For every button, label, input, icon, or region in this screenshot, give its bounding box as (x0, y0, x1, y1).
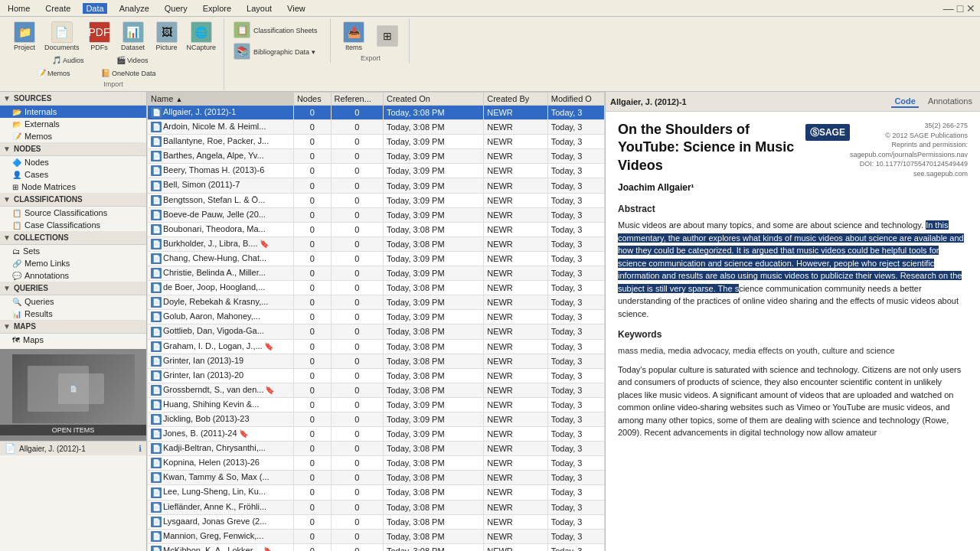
toolbar-picture-btn[interactable]: 🖼 Picture (152, 20, 182, 53)
menu-analyze[interactable]: Analyze (116, 3, 152, 14)
table-row[interactable]: 📄Grinter, Ian (2013)-2000Today, 3:08 PMN… (148, 368, 605, 383)
table-row[interactable]: 📄Allgaier, J. (2012)-100Today, 3:08 PMNE… (148, 106, 605, 120)
table-row[interactable]: 📄Chang, Chew-Hung, Chat...00Today, 3:09 … (148, 251, 605, 266)
sources-table: Name ▲ Nodes Referen... Created On Creat… (147, 92, 605, 551)
table-row[interactable]: 📄Grossberndt, S., van den...🔖00Today, 3:… (148, 383, 605, 397)
sidebar-item-externals[interactable]: 📂 Externals (0, 118, 146, 130)
source-icon: 📄 (151, 370, 162, 381)
table-row[interactable]: 📄Ardoin, Nicole M. & Heiml...00Today, 3:… (148, 120, 605, 135)
col-created-by[interactable]: Created By (484, 93, 548, 106)
col-refs[interactable]: Referen... (331, 93, 383, 106)
toolbar-grid-btn[interactable]: ⊞ (372, 24, 403, 49)
info-icon-bottom[interactable]: ℹ (139, 444, 142, 454)
toolbar-pdfs-btn[interactable]: PDF PDFs (84, 20, 115, 53)
sidebar-item-results[interactable]: 📊 Results (0, 308, 146, 320)
toolbar-ncapture-btn[interactable]: 🌐 NCapture (185, 20, 218, 53)
sidebar-item-queries[interactable]: 🔍 Queries (0, 295, 146, 308)
source-modified: Today, 3 (547, 543, 604, 551)
col-nodes[interactable]: Nodes (293, 93, 331, 106)
table-row[interactable]: 📄de Boer, Joop, Hoogland,...00Today, 3:0… (148, 281, 605, 295)
sidebar-queries-header[interactable]: ▼ QUERIES (0, 282, 146, 295)
source-name: Beery, Thomas H. (2013)-6 (163, 165, 264, 174)
menu-home[interactable]: Home (5, 3, 33, 14)
toolbar-project-btn[interactable]: 📁 Project (9, 20, 40, 53)
sidebar-sources-header[interactable]: ▼ SOURCES (0, 92, 146, 106)
table-row[interactable]: 📄Boeve-de Pauw, Jelle (20...00Today, 3:0… (148, 207, 605, 222)
source-created-by: NEWR (484, 164, 548, 178)
tab-annotations[interactable]: Annotations (925, 96, 975, 108)
table-row[interactable]: 📄Golub, Aaron, Mahoney,...00Today, 3:09 … (148, 310, 605, 324)
source-created: Today, 3:08 PM (383, 368, 483, 383)
menu-view[interactable]: View (284, 3, 309, 14)
sidebar-classifications-header[interactable]: ▼ CLASSIFICATIONS (0, 193, 146, 207)
sidebar-item-node-matrices[interactable]: ⊞ Node Matrices (0, 181, 146, 193)
toolbar-dataset-btn[interactable]: 📊 Dataset (118, 20, 149, 53)
sidebar-item-source-classifications[interactable]: 📋 Source Classifications (0, 207, 146, 219)
table-row[interactable]: 📄Huang, Shihing Kevin &...00Today, 3:09 … (148, 397, 605, 412)
menu-create[interactable]: Create (42, 3, 74, 14)
table-row[interactable]: 📄McKibbon, K. A., Lokker,...🔖00Today, 3:… (148, 543, 605, 551)
toolbar-videos-btn[interactable]: 🎬 Videos (115, 54, 176, 66)
table-row[interactable]: 📄Graham, I. D., Logan, J.,...🔖00Today, 3… (148, 339, 605, 354)
toolbar-bibdata-btn[interactable]: 📚 Bibliographic Data ▾ (232, 41, 324, 61)
menu-query[interactable]: Query (162, 3, 191, 14)
sidebar-item-memo-links[interactable]: 🔗 Memo Links (0, 257, 146, 269)
col-modified[interactable]: Modified O (547, 93, 604, 106)
sidebar-item-maps[interactable]: 🗺 Maps (0, 334, 146, 346)
source-created-by: NEWR (484, 135, 548, 149)
table-row[interactable]: 📄Jones, B. (2011)-24🔖00Today, 3:09 PMNEW… (148, 427, 605, 442)
open-items-button[interactable]: OPEN ITEMS (0, 425, 146, 435)
menu-explore[interactable]: Explore (200, 3, 234, 14)
sidebar-item-cases[interactable]: 👤 Cases (0, 168, 146, 181)
menu-data[interactable]: Data (83, 3, 106, 14)
sidebar-item-internals[interactable]: 📂 Internals (0, 106, 146, 118)
source-nodes: 0 (293, 514, 331, 529)
table-row[interactable]: 📄Barthes, Angela, Alpe, Yv...00Today, 3:… (148, 149, 605, 164)
toolbar-documents-btn[interactable]: 📄 Documents (43, 20, 81, 53)
toolbar-items-btn[interactable]: 📤 Items (338, 20, 369, 53)
source-icon: 📄 (151, 429, 162, 439)
source-nodes: 0 (293, 281, 331, 295)
source-created: Today, 3:09 PM (383, 193, 483, 207)
keywords-text: mass media, media advocacy, media effect… (618, 344, 968, 357)
table-row[interactable]: 📄Bell, Simon (2011)-700Today, 3:09 PMNEW… (148, 178, 605, 193)
sidebar-item-nodes[interactable]: 🔷 Nodes (0, 156, 146, 168)
table-row[interactable]: 📄Doyle, Rebekah & Krasny,...00Today, 3:0… (148, 295, 605, 310)
sidebar-item-sets[interactable]: 🗂 Sets (0, 245, 146, 257)
table-row[interactable]: 📄Bengtsson, Stefan L. & Ö...00Today, 3:0… (148, 193, 605, 207)
col-created-on[interactable]: Created On (383, 93, 483, 106)
table-row[interactable]: 📄Burkholder, J., Libra, B....🔖00Today, 3… (148, 236, 605, 251)
annotations-icon: 💬 (12, 272, 21, 280)
table-row[interactable]: 📄Gottlieb, Dan, Vigoda-Ga...00Today, 3:0… (148, 324, 605, 339)
toolbar-classsheets-btn[interactable]: 📋 Classification Sheets (232, 20, 324, 40)
table-row[interactable]: 📄Lee, Lung-Sheng, Lin, Ku...00Today, 3:0… (148, 485, 605, 500)
tab-code[interactable]: Code (891, 96, 919, 108)
table-row[interactable]: 📄Christie, Belinda A., Miller...00Today,… (148, 266, 605, 281)
table-row[interactable]: 📄Liefländer, Anne K., Fröhli...00Today, … (148, 500, 605, 514)
col-name[interactable]: Name ▲ (148, 93, 294, 106)
sidebar-item-memos[interactable]: 📝 Memos (0, 130, 146, 142)
table-row[interactable]: 📄Lysgaard, Jonas Greve (2...00Today, 3:0… (148, 514, 605, 529)
source-created: Today, 3:08 PM (383, 471, 483, 485)
sidebar-maps-header[interactable]: ▼ MAPS (0, 320, 146, 334)
table-row[interactable]: 📄Ballantyne, Roe, Packer, J...00Today, 3… (148, 135, 605, 149)
table-row[interactable]: 📄Grinter, Ian (2013)-1900Today, 3:08 PMN… (148, 354, 605, 368)
sidebar-collections-header[interactable]: ▼ COLLECTIONS (0, 231, 146, 245)
menu-layout[interactable]: Layout (243, 3, 275, 14)
source-nodes: 0 (293, 485, 331, 500)
table-row[interactable]: 📄Mannion, Greg, Fenwick,...00Today, 3:08… (148, 529, 605, 543)
source-created: Today, 3:08 PM (383, 543, 483, 551)
table-row[interactable]: 📄Boubonari, Theodora, Ma...00Today, 3:08… (148, 222, 605, 236)
toolbar-audios-btn[interactable]: 🎵 Audios (51, 54, 112, 66)
sidebar-nodes-header[interactable]: ▼ NODES (0, 142, 146, 156)
table-row[interactable]: 📄Beery, Thomas H. (2013)-600Today, 3:09 … (148, 164, 605, 178)
toolbar: 📁 Project 📄 Documents PDF PDFs 📊 Dataset… (0, 17, 980, 92)
table-row[interactable]: 📄Kwan, Tammy & So, Max (...00Today, 3:08… (148, 471, 605, 485)
table-row[interactable]: 📄Jickling, Bob (2013)-2300Today, 3:09 PM… (148, 412, 605, 426)
table-row[interactable]: 📄Kopnina, Helen (2013)-2600Today, 3:08 P… (148, 456, 605, 471)
toolbar-memos-btn[interactable]: 📝 Memos (35, 67, 96, 79)
sidebar-item-case-classifications[interactable]: 📋 Case Classifications (0, 219, 146, 231)
toolbar-onenote-btn[interactable]: 📔 OneNote Data (100, 67, 191, 79)
table-row[interactable]: 📄Kadji-Beltran, Chrysanthi,...00Today, 3… (148, 442, 605, 456)
sidebar-item-annotations[interactable]: 💬 Annotations (0, 269, 146, 282)
